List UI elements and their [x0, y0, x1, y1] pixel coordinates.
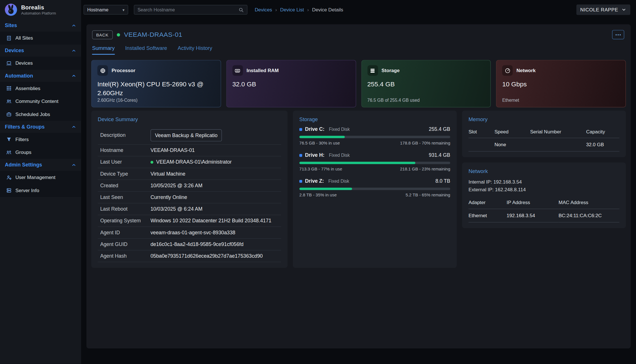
- network-table: Adapter IP Address MAC Address Ethernet …: [469, 198, 619, 223]
- brand[interactable]: Borealis Automation Platform: [0, 0, 81, 19]
- chevron-up-icon: [71, 23, 76, 28]
- sidebar-item-groups[interactable]: Groups: [0, 146, 81, 159]
- card-label: Installed RAM: [247, 68, 279, 73]
- drive-used: 2.8 TB - 35% in use: [299, 192, 337, 197]
- row-value: VEEAM-DRAAS-01\Administrator: [150, 159, 232, 165]
- hostname-searchbox: [134, 5, 247, 15]
- table-cell: [469, 138, 494, 152]
- card-footer: 2.60GHz (16-Cores): [97, 98, 138, 103]
- sidebar-item-label: Filters: [15, 137, 29, 142]
- sidebar-item-devices[interactable]: Devices: [0, 57, 81, 70]
- summary-row-agent-hash: Agent Hash 05ba0e7935171d626ecea29b27d7a…: [98, 251, 281, 262]
- sidebar-section-filters-groups[interactable]: Filters & Groups: [0, 121, 81, 133]
- card-value: 32.0 GB: [232, 80, 342, 89]
- card-label: Storage: [381, 68, 400, 73]
- row-label: Last Seen: [100, 194, 150, 200]
- chevron-up-icon: [71, 124, 76, 129]
- sidebar: Borealis Automation Platform Sites All S…: [0, 0, 81, 364]
- sidebar-item-user-management[interactable]: User Management: [0, 171, 81, 184]
- tab-installed-software[interactable]: Installed Software: [125, 45, 167, 55]
- summary-row-device-type: Device Type Virtual Machine: [98, 168, 281, 180]
- sidebar-item-filters[interactable]: Filters: [0, 133, 81, 146]
- drive-type: Fixed Disk: [329, 153, 350, 158]
- table-cell: BC:24:11:CA:C6:2C: [558, 209, 619, 223]
- sidebar-section-devices[interactable]: Devices: [0, 44, 81, 57]
- sidebar-item-scheduled-jobs[interactable]: Scheduled Jobs: [0, 108, 81, 121]
- search-icon: [239, 7, 244, 12]
- drive-size: 931.4 GB: [429, 152, 450, 158]
- memory-table: Slot Speed Serial Number Capacity None 3…: [469, 127, 619, 152]
- ram-icon: [232, 65, 243, 76]
- drive-usage-fill: [299, 188, 352, 190]
- sidebar-item-assemblies[interactable]: Assemblies: [0, 82, 81, 95]
- sidebar-item-label: Assemblies: [15, 86, 40, 91]
- internal-ip: Internal IP: 192.168.3.54: [469, 178, 619, 186]
- memory-panel: Memory Slot Speed Serial Number Capacity…: [462, 111, 626, 157]
- building-icon: [6, 35, 12, 41]
- table-cell: Ethernet: [469, 209, 507, 223]
- drive-remaining: 218.1 GB - 23% remaining: [400, 166, 450, 171]
- sidebar-item-all-sites[interactable]: All Sites: [0, 32, 81, 44]
- summary-row-last-user: Last User VEEAM-DRAAS-01\Administrator: [98, 156, 281, 168]
- card-footer: Ethernet: [502, 98, 519, 103]
- sidebar-item-label: Groups: [15, 150, 31, 155]
- chevron-up-icon: [71, 162, 76, 167]
- sidebar-section-admin-settings[interactable]: Admin Settings: [0, 159, 81, 171]
- storage-icon: [367, 65, 378, 76]
- row-value: 10/05/2025 @ 3:26 AM: [150, 183, 202, 188]
- row-label: Agent Hash: [100, 253, 150, 259]
- sidebar-section-sites[interactable]: Sites: [0, 19, 81, 32]
- brand-name: Borealis: [21, 4, 56, 11]
- external-ip: External IP: 162.248.8.114: [469, 186, 619, 193]
- breadcrumb-device-list[interactable]: Device List: [280, 7, 304, 13]
- drive-usage-bar: [299, 136, 450, 138]
- sidebar-item-label: All Sites: [15, 35, 33, 41]
- sidebar-item-server-info[interactable]: Server Info: [0, 184, 81, 197]
- summary-row-last-reboot: Last Reboot 10/03/2025 @ 6:24 AM: [98, 204, 281, 215]
- row-label: Agent GUID: [100, 241, 150, 247]
- sidebar-item-label: User Management: [15, 175, 55, 180]
- card-footer: 76.5 GB of 255.4 GB used: [367, 98, 419, 103]
- drive-usage-bar: [299, 162, 450, 164]
- drive-used: 76.5 GB - 30% in use: [299, 141, 340, 145]
- user-menu[interactable]: NICOLE RAPPE: [576, 5, 630, 15]
- sidebar-item-community-content[interactable]: Community Content: [0, 95, 81, 108]
- tab-activity-history[interactable]: Activity History: [178, 45, 212, 55]
- filter-icon: [6, 137, 12, 142]
- drive-usage-bar: [299, 188, 450, 190]
- description-input[interactable]: [150, 129, 222, 141]
- search-input[interactable]: [138, 7, 239, 12]
- card-label: Network: [516, 68, 536, 73]
- app-window: Borealis Automation Platform Sites All S…: [0, 0, 636, 364]
- sidebar-item-label: Devices: [15, 60, 33, 66]
- column-header: Adapter: [469, 198, 507, 209]
- sidebar-section-automation[interactable]: Automation: [0, 70, 81, 82]
- drive-row: Drive H: Fixed Disk 931.4 GB 713.3 GB - …: [299, 152, 450, 172]
- hostname-filter-select[interactable]: Hostname ▾: [84, 5, 128, 15]
- borealis-logo-icon: [4, 3, 18, 17]
- drive-remaining: 5.2 TB - 65% remaining: [405, 192, 450, 197]
- panel-title: Storage: [299, 116, 450, 122]
- content-area: BACK VEEAM-DRAAS-01 Summary Installed So…: [81, 19, 636, 364]
- column-header: Capacity: [586, 127, 619, 138]
- gauge-icon: [502, 65, 513, 76]
- installed-ram-card: Installed RAM 32.0 GB: [226, 60, 356, 107]
- drive-remaining: 178.8 GB - 70% remaining: [400, 141, 450, 145]
- row-label: Last Reboot: [100, 206, 150, 212]
- row-label: Last User: [100, 159, 150, 165]
- grid-icon: [6, 86, 12, 91]
- summary-row-agent-id: Agent ID veeam-draas-01-agent-svc-8930a3…: [98, 227, 281, 239]
- device-details-panel: BACK VEEAM-DRAAS-01 Summary Installed So…: [86, 24, 631, 348]
- online-status-dot: [117, 33, 120, 36]
- row-value: 10/03/2025 @ 6:24 AM: [150, 206, 202, 212]
- section-label: Filters & Groups: [5, 124, 45, 130]
- card-value: Intel(R) Xeon(R) CPU E5-2690 v3 @ 2.60GH…: [97, 80, 207, 97]
- tab-bar: Summary Installed Software Activity Hist…: [86, 41, 631, 55]
- row-value: Currently Online: [150, 194, 187, 200]
- tab-summary[interactable]: Summary: [92, 45, 115, 55]
- drive-type: Fixed Disk: [328, 179, 349, 184]
- breadcrumb-devices[interactable]: Devices: [255, 7, 272, 13]
- back-button[interactable]: BACK: [92, 30, 113, 39]
- panel-title: Memory: [469, 116, 619, 122]
- more-actions-button[interactable]: [612, 30, 624, 39]
